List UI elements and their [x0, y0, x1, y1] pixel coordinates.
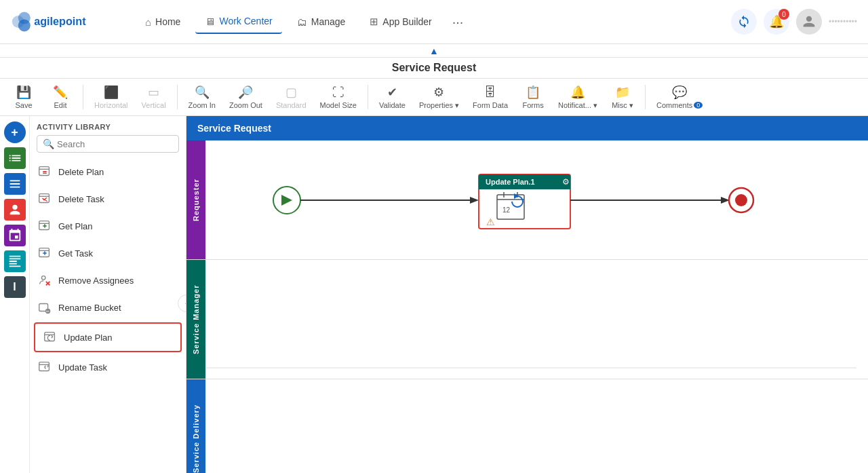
validate-label: Validate — [379, 101, 406, 109]
monitor-icon: 🖥 — [205, 16, 215, 27]
zoom-out-label: Zoom Out — [229, 101, 262, 109]
remove-assignees-icon — [37, 272, 53, 288]
page-title-text: Service Request — [392, 62, 477, 73]
list-item-label: Rename Bucket — [58, 303, 121, 313]
standard-label: Standard — [276, 101, 307, 109]
save-label: Save — [15, 101, 32, 109]
page-title: Service Request — [0, 58, 868, 79]
vertical-label: Vertical — [142, 101, 166, 109]
swim-lane-service-delivery: Service Delivery — [186, 379, 868, 473]
nav-more[interactable]: ··· — [447, 9, 469, 35]
misc-button[interactable]: 📁 Misc ▾ — [606, 82, 639, 113]
list-item-label: Delete Plan — [58, 167, 104, 177]
swim-lane-service-manager: Service Manager — [186, 260, 868, 379]
svg-text:Update Plan.1: Update Plan.1 — [486, 178, 535, 186]
zoom-in-icon: 🔍 — [195, 85, 210, 100]
home-icon: ⌂ — [145, 16, 151, 28]
zoom-out-icon: 🔎 — [238, 85, 253, 100]
list-item[interactable]: ✏ Rename Bucket — [30, 294, 186, 321]
toolbar-separator-4 — [645, 85, 646, 109]
sidebar-strip-btn-7[interactable]: I — [4, 276, 26, 298]
standard-button[interactable]: ▢ Standard — [271, 82, 312, 112]
rename-bucket-icon: ✏ — [37, 299, 53, 316]
nav-links: ⌂ Home 🖥 Work Center 🗂 Manage ⊞ App Buil… — [136, 9, 731, 35]
lane-label-requester: Requester — [186, 140, 205, 259]
forms-label: Forms — [522, 101, 543, 109]
zoom-out-button[interactable]: 🔎 Zoom Out — [224, 82, 268, 112]
notification-badge: 0 — [778, 9, 789, 20]
svg-text:⚙: ⚙ — [562, 177, 570, 187]
nav-sync-btn[interactable] — [731, 9, 757, 35]
comments-button[interactable]: 💬 Comments 0 — [651, 82, 708, 112]
sidebar-strip-btn-4[interactable] — [4, 199, 26, 221]
svg-marker-27 — [281, 195, 292, 206]
nav-notifications-btn[interactable]: 🔔 0 — [764, 9, 789, 35]
canvas-header: Service Request — [186, 116, 868, 140]
vertical-button[interactable]: ▭ Vertical — [136, 82, 172, 112]
notifications-button[interactable]: 🔔 Notificat... ▾ — [553, 82, 603, 113]
list-item[interactable]: Update Task — [30, 354, 186, 381]
sidebar-strip-btn-5[interactable] — [4, 225, 26, 246]
list-item[interactable]: Delete Plan — [30, 158, 186, 185]
diagram-svg: Update Plan.1 ⚙ 12 ⚠ — [205, 140, 856, 259]
sidebar-strip-btn-2[interactable] — [4, 147, 26, 169]
validate-button[interactable]: ✔ Validate — [374, 82, 411, 112]
list-item-selected[interactable]: Update Plan — [34, 322, 182, 352]
edit-button[interactable]: ✏️ Edit — [43, 82, 77, 112]
lane-content-service-manager — [205, 260, 868, 379]
delete-task-icon — [37, 191, 53, 207]
nav-appbuilder[interactable]: ⊞ App Builder — [360, 10, 441, 33]
list-item-label: Get Plan — [58, 221, 93, 231]
model-size-button[interactable]: ⛶ Model Size — [315, 83, 362, 112]
folder-icon: 🗂 — [297, 16, 307, 28]
zoom-in-label: Zoom In — [189, 101, 216, 109]
logo: agilepoint — [11, 10, 108, 34]
lane2-svg — [205, 260, 856, 368]
nav-workcenter[interactable]: 🖥 Work Center — [195, 10, 281, 34]
search-input[interactable] — [57, 139, 173, 149]
svg-text:⚠: ⚠ — [486, 216, 495, 227]
forms-button[interactable]: 📋 Forms — [516, 82, 550, 112]
collapse-bar[interactable]: ▲ — [0, 44, 868, 58]
horizontal-label: Horizontal — [94, 101, 128, 109]
svg-line-11 — [42, 198, 47, 202]
sidebar-strip-btn-6[interactable] — [4, 250, 26, 272]
toolbar-separator-2 — [177, 85, 178, 109]
list-item-label: Remove Assignees — [58, 276, 134, 286]
save-icon: 💾 — [16, 85, 31, 100]
search-box: 🔍 — [37, 135, 179, 153]
canvas-area: Service Request Requester — [186, 116, 868, 473]
toolbar-separator-1 — [83, 85, 83, 109]
svg-text:✏: ✏ — [46, 309, 50, 314]
list-item[interactable]: Delete Task — [30, 185, 186, 212]
get-task-icon — [37, 245, 53, 261]
svg-text:agilepoint: agilepoint — [34, 15, 86, 27]
list-item-label: Delete Task — [58, 194, 104, 204]
svg-point-4 — [12, 205, 17, 210]
comments-label: Comments 0 — [656, 101, 703, 109]
sidebar-strip-btn-3[interactable] — [4, 173, 26, 195]
save-button[interactable]: 💾 Save — [7, 82, 41, 112]
form-data-button[interactable]: 🗄 Form Data — [467, 83, 513, 112]
list-item[interactable]: Remove Assignees — [30, 267, 186, 294]
list-item[interactable]: Get Task — [30, 240, 186, 267]
form-data-icon: 🗄 — [484, 86, 496, 100]
nav-manage[interactable]: 🗂 Manage — [288, 11, 355, 33]
svg-rect-9 — [39, 194, 50, 203]
vertical-icon: ▭ — [148, 85, 159, 100]
nav-workcenter-label: Work Center — [219, 16, 272, 26]
validate-icon: ✔ — [387, 85, 397, 100]
list-item[interactable]: Get Plan — [30, 212, 186, 240]
activity-sidebar: + I ACTIVITY LIBRARY 🔍 — [0, 116, 186, 473]
lane-content-requester: Update Plan.1 ⚙ 12 ⚠ — [205, 140, 868, 259]
svg-marker-29 — [470, 197, 479, 204]
properties-button[interactable]: ⚙ Properties ▾ — [414, 82, 465, 113]
user-avatar[interactable] — [796, 9, 822, 35]
nav-home[interactable]: ⌂ Home — [136, 11, 190, 33]
add-activity-button[interactable]: + — [4, 121, 26, 143]
svg-point-2 — [18, 19, 31, 31]
horizontal-button[interactable]: ⬛ Horizontal — [89, 82, 134, 112]
edit-label: Edit — [54, 101, 67, 109]
toolbar-separator-3 — [368, 85, 368, 109]
zoom-in-button[interactable]: 🔍 Zoom In — [183, 82, 221, 112]
